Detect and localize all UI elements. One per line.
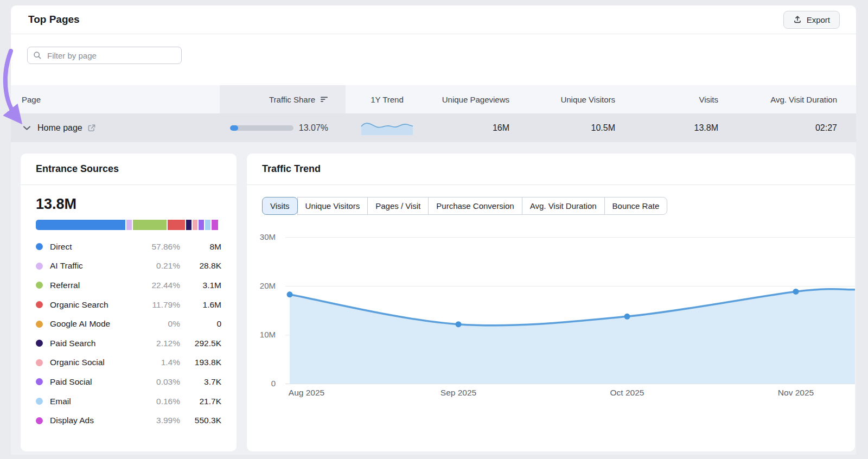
filter-section (11, 34, 856, 85)
stacked-bar-segment (205, 220, 210, 230)
collapse-chevron-icon[interactable] (23, 125, 31, 131)
data-point-aug-2025 (287, 291, 293, 297)
export-label: Export (807, 15, 830, 24)
legend-item: Paid Search2.12%292.5K (36, 334, 221, 353)
metric-tabs: Visits Unique Visitors Pages / Visit Pur… (262, 197, 667, 215)
tab-pages-per-visit[interactable]: Pages / Visit (367, 197, 429, 215)
entrance-sources-legend: Direct57.86%8M AI Traffic0.21%28.8K Refe… (36, 237, 221, 430)
traffic-trend-title: Traffic Trend (247, 154, 855, 185)
entrance-sources-title: Entrance Sources (21, 154, 237, 185)
legend-item: Email0.16%21.7K (36, 392, 221, 411)
legend-dot (36, 378, 43, 385)
x-tick-label: Sep 2025 (441, 388, 476, 398)
tab-avg-visit-duration[interactable]: Avg. Visit Duration (522, 197, 605, 215)
tab-purchase-conversion[interactable]: Purchase Conversion (428, 197, 522, 215)
column-header-traffic-share[interactable]: Traffic Share (220, 85, 346, 113)
x-axis-labels: Aug 2025Sep 2025Oct 2025Nov 2025 (285, 388, 855, 400)
x-tick-label: Aug 2025 (289, 388, 324, 398)
legend-item: Organic Social1.4%193.8K (36, 353, 221, 373)
legend-dot (36, 263, 43, 270)
stacked-bar-segment (126, 220, 132, 230)
column-header-1y-trend[interactable]: 1Y Trend (346, 85, 429, 113)
stacked-bar-segment (36, 220, 125, 230)
table-header-row: Page Traffic Share 1Y Trend Unique Pagev… (11, 85, 856, 113)
x-tick-label: Nov 2025 (778, 388, 814, 398)
tab-bounce-rate[interactable]: Bounce Rate (604, 197, 668, 215)
legend-dot (36, 301, 43, 308)
legend-dot (36, 282, 43, 289)
legend-dot (36, 321, 43, 328)
entrance-sources-stacked-bar (36, 220, 221, 230)
top-pages-card: Top Pages Export Page Traffic Share (11, 5, 856, 455)
column-header-avg-visit-duration[interactable]: Avg. Visit Duration (731, 85, 856, 113)
legend-item: Direct57.86%8M (36, 237, 221, 257)
card-header: Top Pages Export (11, 5, 856, 34)
legend-dot (36, 417, 43, 424)
legend-dot (36, 398, 43, 405)
legend-item: Paid Social0.03%3.7K (36, 372, 221, 392)
search-icon (33, 51, 42, 62)
table-row: Home page 13.07% 16M 10.5M (11, 113, 856, 142)
traffic-share-value: 13.07% (299, 123, 328, 133)
stacked-bar-segment (212, 220, 218, 230)
export-button[interactable]: Export (783, 11, 840, 29)
column-header-unique-visitors[interactable]: Unique Visitors (522, 85, 628, 113)
traffic-trend-panel: Traffic Trend Visits Unique Visitors Pag… (247, 154, 855, 451)
stacked-bar-segment (199, 220, 204, 230)
external-link-icon[interactable] (87, 124, 96, 132)
column-header-visits[interactable]: Visits (628, 85, 731, 113)
page-link[interactable]: Home page (37, 123, 96, 133)
export-upload-icon (793, 15, 802, 24)
visits-value: 13.8M (628, 113, 731, 142)
sort-descending-icon (320, 96, 328, 103)
legend-item: Organic Search11.79%1.6M (36, 295, 221, 315)
legend-item: Display Ads3.99%550.3K (36, 411, 221, 430)
legend-item: Google AI Mode0%0 (36, 314, 221, 334)
legend-item: Referral22.44%3.1M (36, 276, 221, 295)
y-tick-10m: 10M (247, 330, 276, 339)
legend-dot (36, 340, 43, 347)
y-tick-20m: 20M (247, 281, 276, 290)
column-header-page[interactable]: Page (11, 85, 220, 113)
expanded-row-details: Entrance Sources 13.8M Direct57.86%8M AI… (11, 142, 856, 455)
page-title: Top Pages (28, 14, 80, 25)
page-name: Home page (37, 123, 82, 133)
stacked-bar-segment (168, 220, 186, 230)
legend-item: AI Traffic0.21%28.8K (36, 257, 221, 276)
stacked-bar-segment (193, 220, 197, 230)
1y-trend-sparkline (360, 120, 414, 136)
y-tick-30m: 30M (247, 232, 276, 241)
visits-area-chart (285, 233, 855, 385)
entrance-sources-total: 13.8M (36, 196, 221, 213)
data-point-nov-2025 (793, 289, 799, 295)
data-point-sep-2025 (456, 321, 462, 327)
legend-dot (36, 243, 43, 250)
avg-visit-duration-value: 02:27 (731, 113, 856, 142)
unique-pageviews-value: 16M (429, 113, 522, 142)
stacked-bar-segment (186, 220, 192, 230)
traffic-share-header-label: Traffic Share (269, 95, 315, 104)
tab-unique-visitors[interactable]: Unique Visitors (297, 197, 368, 215)
entrance-sources-panel: Entrance Sources 13.8M Direct57.86%8M AI… (21, 154, 237, 451)
tab-visits[interactable]: Visits (262, 197, 298, 215)
stacked-bar-segment (133, 220, 167, 230)
y-tick-0: 0 (247, 379, 276, 388)
x-tick-label: Oct 2025 (610, 388, 644, 398)
unique-visitors-value: 10.5M (522, 113, 628, 142)
column-header-unique-pageviews[interactable]: Unique Pageviews (429, 85, 522, 113)
data-point-oct-2025 (624, 314, 630, 320)
traffic-share-bar (230, 125, 293, 131)
legend-dot (36, 359, 43, 366)
filter-input[interactable] (27, 47, 182, 64)
